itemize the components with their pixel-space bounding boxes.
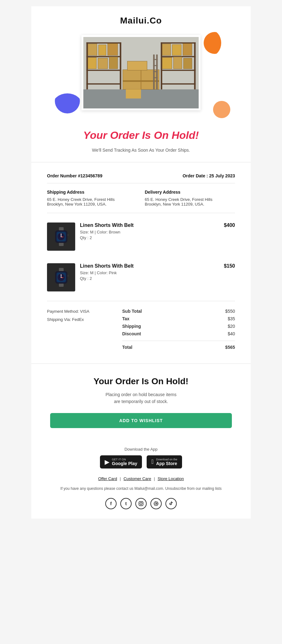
svg-rect-34 (153, 59, 158, 60)
svg-rect-12 (88, 58, 97, 69)
svg-rect-14 (109, 57, 118, 69)
svg-rect-5 (86, 42, 121, 44)
shipping-address-line1: 65 E. Honey Creek Drive, Forest Hills (47, 197, 137, 202)
product-price-1: $400 (224, 223, 235, 228)
app-store-small-text: Download on the (156, 458, 177, 461)
footer-links: Offer Card | Customer Care | Store Locat… (44, 476, 238, 481)
hero-shape-blue (55, 88, 80, 113)
product-qty-1: Qty : 2 (80, 235, 219, 240)
tax-row: Tax $35 (122, 315, 235, 322)
payment-method-label: Payment Method: VISA (47, 307, 122, 316)
store-location-link[interactable]: Store Location (158, 476, 184, 481)
delivery-address-block: Delivery Address 65 E. Honey Creek Drive… (145, 190, 235, 207)
svg-rect-28 (126, 89, 141, 98)
app-store-big-text: App Store (156, 461, 177, 466)
shipping-label: Shipping (122, 324, 141, 329)
product-info-1: Linen Shorts With Belt Size: M | Color: … (75, 223, 224, 240)
svg-rect-13 (98, 58, 107, 69)
google-play-small-text: GET IT ON (112, 458, 126, 461)
instagram-icon[interactable] (135, 498, 147, 509)
svg-point-60 (142, 502, 142, 503)
twitter-icon[interactable]: t (120, 498, 132, 509)
add-to-wishlist-button[interactable]: ADD TO WISHLIST (50, 413, 232, 428)
hero-shape-orange-bottom (213, 101, 230, 118)
svg-rect-15 (161, 42, 162, 89)
product-image-1 (47, 223, 75, 251)
google-play-big-text: Google Play (112, 461, 137, 466)
order-date: Order Date : 25 July 2023 (183, 173, 235, 178)
products-section: Linen Shorts With Belt Size: M | Color: … (47, 213, 235, 301)
svg-rect-21 (162, 44, 171, 55)
social-icons: f t (44, 498, 238, 509)
delivery-address-line1: 65 E. Honey Creek Drive, Forest Hills (145, 197, 235, 202)
svg-rect-31 (127, 61, 147, 70)
product-attrs-2: Size: M | Color: Pink (80, 270, 219, 275)
order-details: Order Number #123456789 Order Date : 25 … (31, 162, 251, 364)
customer-care-link[interactable]: Customer Care (123, 476, 151, 481)
svg-rect-54 (61, 274, 61, 277)
product-name-2: Linen Shorts With Belt (80, 263, 219, 269)
svg-rect-7 (86, 70, 121, 71)
facebook-icon[interactable]: f (105, 498, 117, 509)
hero-shape-orange-top (204, 32, 226, 54)
svg-rect-24 (162, 58, 172, 69)
offer-card-link[interactable]: Offer Card (98, 476, 117, 481)
discount-value: $40 (228, 331, 235, 336)
shipping-row: Shipping $20 (122, 322, 235, 330)
total-value: $565 (225, 345, 235, 350)
subtotal-label: Sub Total (122, 309, 142, 314)
google-play-button[interactable]: ▶ GET IT ON Google Play (100, 455, 142, 469)
delivery-address-line2: Brooklyn, New York 11209, USA. (145, 202, 235, 207)
grand-total-row: Total $565 (122, 341, 235, 351)
svg-rect-16 (194, 42, 196, 89)
app-buttons: ▶ GET IT ON Google Play  Download on th… (44, 455, 238, 469)
shipping-address-block: Shipping Address 65 E. Honey Creek Drive… (47, 190, 137, 207)
svg-rect-20 (161, 83, 196, 85)
tax-label: Tax (122, 316, 129, 321)
product-price-2: $150 (224, 263, 235, 269)
svg-rect-25 (174, 57, 182, 69)
dribbble-icon[interactable] (150, 498, 162, 509)
svg-rect-19 (161, 70, 196, 71)
discount-row: Discount $40 (122, 330, 235, 338)
order-hold-heading: Your Order Is On Hold! (44, 129, 238, 141)
hero-area (31, 29, 251, 120)
svg-point-46 (60, 236, 61, 237)
svg-point-56 (60, 277, 61, 278)
order-hold-title: Your Order Is On Hold! (31, 120, 251, 144)
footer: Download the App ▶ GET IT ON Google Play… (31, 437, 251, 519)
svg-rect-4 (120, 42, 121, 89)
hold-section-2-description: Placing order on hold because items are … (50, 391, 232, 405)
address-section: Shipping Address 65 E. Honey Creek Drive… (47, 183, 235, 213)
product-row-2: Linen Shorts With Belt Size: M | Color: … (47, 257, 235, 298)
subtotal-value: $550 (225, 309, 235, 314)
svg-rect-10 (98, 45, 106, 55)
tax-value: $35 (228, 316, 235, 321)
svg-rect-57 (67, 275, 69, 277)
hold-section-2: Your Order Is On Hold! Placing order on … (31, 364, 251, 437)
svg-point-59 (140, 503, 142, 505)
svg-rect-17 (161, 42, 196, 44)
svg-rect-44 (61, 233, 61, 236)
order-meta-row: Order Number #123456789 Order Date : 25 … (47, 169, 235, 183)
product-image-2 (47, 263, 75, 291)
apple-icon:  (151, 458, 154, 465)
total-label: Total (122, 345, 132, 350)
svg-rect-37 (153, 77, 158, 78)
svg-rect-22 (172, 45, 181, 55)
discount-label: Discount (122, 331, 141, 336)
shipping-address-line2: Brooklyn, New York 11209, USA. (47, 202, 137, 207)
footer-contact: If you have any questions please contact… (44, 486, 238, 492)
google-play-icon: ▶ (105, 458, 109, 466)
tiktok-icon[interactable] (165, 498, 177, 509)
delivery-address-title: Delivery Address (145, 190, 235, 195)
svg-rect-23 (183, 44, 192, 55)
hold-section-2-title: Your Order Is On Hold! (50, 376, 232, 386)
svg-rect-35 (153, 65, 158, 66)
download-label: Download the App (44, 447, 238, 452)
svg-rect-36 (153, 71, 158, 72)
shipping-via-label: Shipping Via: FedEx (47, 316, 122, 324)
product-qty-2: Qty : 2 (80, 276, 219, 281)
order-number: Order Number #123456789 (47, 173, 102, 178)
app-store-button[interactable]:  Download on the App Store (147, 455, 182, 469)
